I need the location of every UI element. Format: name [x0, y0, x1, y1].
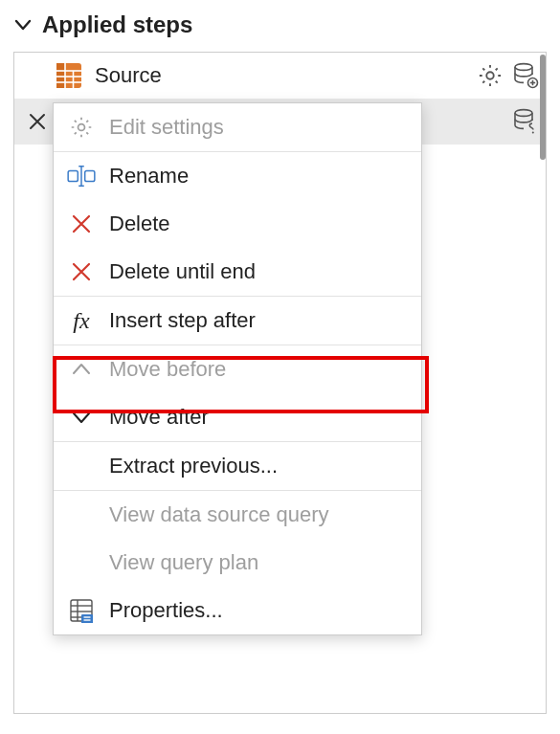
chevron-up-icon	[67, 355, 96, 384]
svg-point-7	[486, 72, 493, 78]
applied-steps-header[interactable]: Applied steps	[13, 11, 547, 38]
menu-view-query-plan: View query plan	[54, 539, 421, 587]
svg-point-14	[515, 110, 532, 117]
blank-icon	[67, 500, 96, 529]
scrollbar[interactable]	[540, 55, 546, 160]
properties-icon	[67, 596, 96, 625]
menu-label: View query plan	[109, 550, 258, 575]
close-icon	[67, 257, 96, 286]
menu-label: Delete	[109, 211, 170, 236]
svg-point-16	[78, 124, 85, 131]
panel-title: Applied steps	[42, 11, 192, 38]
fx-icon: fx	[67, 306, 96, 335]
delete-step-icon[interactable]	[28, 112, 47, 131]
svg-point-15	[532, 132, 534, 134]
menu-extract-previous[interactable]: Extract previous...	[54, 442, 421, 490]
menu-label: Edit settings	[109, 115, 224, 140]
menu-rename[interactable]: Rename	[54, 152, 421, 200]
svg-rect-18	[85, 170, 95, 181]
steps-list: Source	[13, 52, 547, 714]
menu-label: Insert step after	[109, 308, 256, 333]
database-add-icon[interactable]	[511, 61, 540, 90]
rename-icon	[67, 162, 96, 190]
menu-edit-settings: Edit settings	[54, 103, 421, 151]
gear-icon[interactable]	[477, 62, 504, 89]
menu-label: Extract previous...	[109, 454, 278, 478]
menu-move-before: Move before	[54, 345, 421, 393]
menu-label: Move after	[109, 405, 209, 430]
menu-delete[interactable]: Delete	[54, 200, 421, 248]
svg-rect-17	[68, 170, 78, 181]
menu-label: View data source query	[109, 502, 329, 527]
menu-move-after[interactable]: Move after	[54, 393, 421, 441]
svg-point-8	[515, 64, 532, 71]
menu-label: Rename	[109, 164, 189, 189]
svg-rect-1	[56, 63, 65, 88]
close-icon	[67, 210, 96, 238]
menu-label: Properties...	[109, 598, 223, 623]
step-row[interactable]: Source	[14, 53, 546, 99]
blank-icon	[67, 452, 96, 480]
step-label: Source	[87, 63, 473, 88]
menu-label: Move before	[109, 357, 226, 382]
gear-icon	[67, 113, 96, 142]
database-query-icon[interactable]	[511, 107, 540, 136]
chevron-down-icon	[13, 15, 33, 34]
source-step-icon	[55, 61, 83, 90]
blank-icon	[67, 548, 96, 577]
menu-insert-step-after[interactable]: fx Insert step after	[54, 297, 421, 345]
menu-label: Delete until end	[109, 259, 256, 284]
chevron-down-icon	[67, 403, 96, 432]
context-menu: Edit settings Rename Delete	[53, 102, 422, 635]
svg-rect-24	[81, 614, 93, 623]
menu-delete-until-end[interactable]: Delete until end	[54, 248, 421, 296]
menu-view-data-source-query: View data source query	[54, 491, 421, 539]
menu-properties[interactable]: Properties...	[54, 587, 421, 634]
